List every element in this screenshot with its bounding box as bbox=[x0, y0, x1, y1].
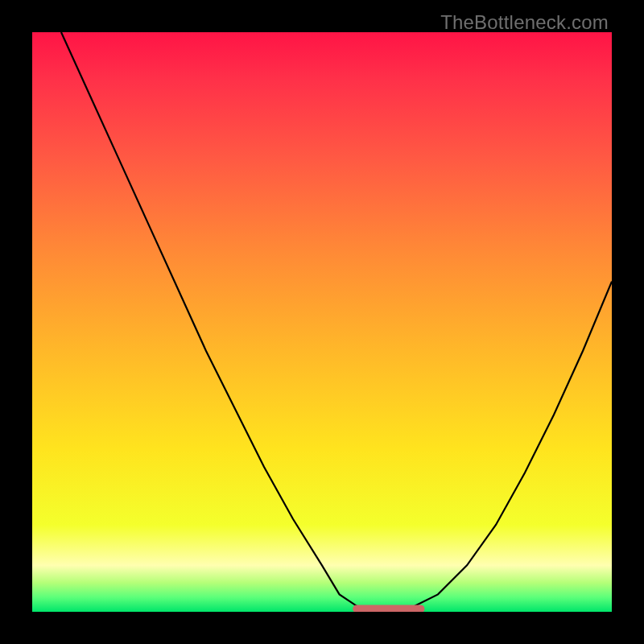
attribution-label: TheBottleneck.com bbox=[440, 11, 609, 34]
plot-area bbox=[32, 32, 612, 612]
chart-frame: TheBottleneck.com bbox=[0, 0, 644, 644]
bottleneck-curve bbox=[32, 32, 612, 612]
curve-path bbox=[61, 32, 612, 612]
